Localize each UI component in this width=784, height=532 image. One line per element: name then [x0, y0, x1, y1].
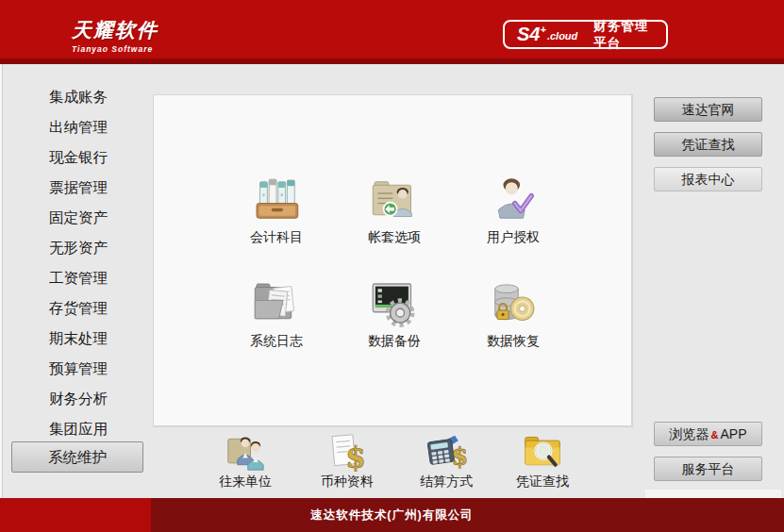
brand-logo: 天耀软件 Tianyao Software — [72, 17, 158, 54]
tile-system-log[interactable]: 系统日志 — [220, 278, 333, 350]
tile-label: 用户授权 — [457, 229, 570, 246]
footer-bar: 速达软件技术(广州)有限公司 — [0, 498, 784, 532]
sidebar-item-group-apps[interactable]: 集团应用 — [0, 414, 153, 444]
button-service-platform[interactable]: 服务平台 — [654, 457, 762, 481]
tile-data-backup[interactable]: 数据备份 — [338, 278, 451, 350]
tile-label: 币种资料 — [295, 474, 399, 490]
button-official-website[interactable]: 速达官网 — [654, 97, 762, 122]
sidebar-item-fixed-assets[interactable]: 固定资产 — [0, 203, 153, 233]
tile-label: 会计科目 — [220, 229, 333, 246]
sidebar-item-inventory[interactable]: 存货管理 — [0, 293, 153, 324]
product-cloud-suffix: .cloud — [547, 30, 577, 42]
sidebar-item-bill-management[interactable]: 票据管理 — [0, 173, 153, 203]
header-bottom-strip — [0, 58, 784, 64]
panel-bottom-edge — [645, 490, 781, 498]
brand-subtitle: Tianyao Software — [72, 44, 158, 54]
tile-label: 结算方式 — [394, 474, 498, 490]
svg-text:$: $ — [451, 442, 467, 471]
sidebar-item-payroll[interactable]: 工资管理 — [0, 263, 153, 293]
ledger-books-icon — [250, 175, 303, 225]
sidebar-item-cashier-management[interactable]: 出纳管理 — [0, 112, 153, 142]
header-bar: 天耀软件 Tianyao Software S4+ .cloud 财务管理平台 — [0, 0, 784, 64]
button-report-center[interactable]: 报表中心 — [654, 167, 762, 191]
tile-data-restore[interactable]: 数据恢复 — [457, 278, 570, 350]
sidebar-menu: 集成账务 出纳管理 现金银行 票据管理 固定资产 无形资产 工资管理 存货管理 … — [0, 82, 153, 444]
quick-tile-currency-data[interactable]: $ 币种资料 — [295, 432, 399, 490]
brand-title: 天耀软件 — [72, 17, 158, 43]
settlement-pos-icon: $ — [425, 432, 467, 472]
tile-label: 帐套选项 — [338, 229, 451, 246]
platform-title: 财务管理平台 — [593, 18, 654, 52]
ampersand: & — [709, 429, 721, 441]
quick-tile-business-contacts[interactable]: 往来单位 — [193, 432, 297, 490]
currency-document-icon: $ — [326, 432, 368, 472]
tile-label: 往来单位 — [193, 474, 297, 490]
sidebar-item-system-maintenance-selected[interactable]: 系统维护 — [11, 441, 143, 473]
tile-label: 数据备份 — [338, 333, 451, 350]
sidebar-item-cash-bank[interactable]: 现金银行 — [0, 142, 153, 173]
sidebar-item-budget[interactable]: 预算管理 — [0, 354, 153, 384]
main-content-panel: 会计科目 帐套选项 — [153, 94, 633, 427]
backup-gear-screen-icon — [368, 278, 421, 329]
sidebar-item-intangible-assets[interactable]: 无形资产 — [0, 233, 153, 263]
log-folder-icon — [250, 278, 303, 329]
button-voucher-search[interactable]: 凭证查找 — [654, 132, 762, 157]
quick-tile-voucher-search[interactable]: 凭证查找 — [491, 432, 594, 490]
contacts-people-icon — [225, 432, 266, 472]
app-window: 天耀软件 Tianyao Software S4+ .cloud 财务管理平台 … — [0, 0, 784, 532]
footer-company-name: 速达软件技术(广州)有限公司 — [0, 498, 784, 532]
sidebar-item-period-end[interactable]: 期末处理 — [0, 324, 153, 354]
quick-tile-settlement-method[interactable]: $ 结算方式 — [394, 432, 498, 490]
tile-accounting-subjects[interactable]: 会计科目 — [220, 175, 333, 246]
sidebar-item-integrated-accounting[interactable]: 集成账务 — [0, 82, 153, 112]
button-browser-and-app[interactable]: 浏览器&APP — [654, 422, 762, 446]
app-label: APP — [720, 426, 746, 441]
svg-text:$: $ — [345, 441, 366, 472]
sidebar-item-financial-analysis[interactable]: 财务分析 — [0, 384, 153, 414]
restore-disc-lock-icon — [487, 278, 540, 329]
tile-account-set-options[interactable]: 帐套选项 — [338, 175, 451, 246]
tile-label: 数据恢复 — [457, 333, 570, 350]
product-name: S4+ — [517, 24, 546, 45]
user-authorize-check-icon — [487, 175, 540, 225]
voucher-search-folder-icon — [522, 432, 563, 472]
product-badge: S4+ .cloud 财务管理平台 — [503, 20, 668, 49]
tile-label: 系统日志 — [220, 333, 333, 350]
tile-user-authorization[interactable]: 用户授权 — [457, 175, 570, 246]
tile-label: 凭证查找 — [491, 474, 594, 490]
browser-label: 浏览器 — [670, 426, 709, 441]
account-set-folder-icon — [368, 175, 421, 225]
